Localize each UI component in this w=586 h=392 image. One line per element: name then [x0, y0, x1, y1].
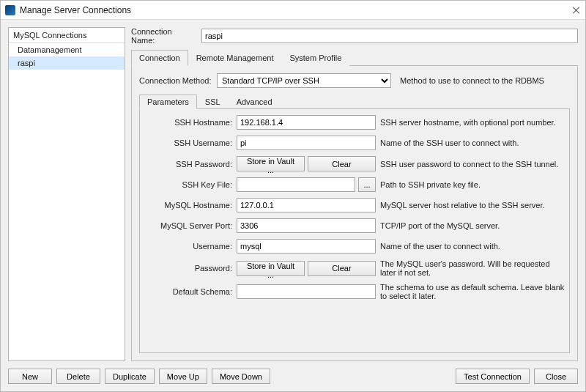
password-hint: The MySQL user's password. Will be reque…	[380, 259, 565, 277]
mysql-port-label: MySQL Server Port:	[144, 221, 232, 230]
password-store-button[interactable]: Store in Vault ...	[237, 261, 305, 276]
ssh-password-label: SSH Password:	[144, 160, 232, 169]
default-schema-hint: The schema to use as default schema. Lea…	[380, 283, 565, 300]
close-icon[interactable]	[572, 6, 581, 15]
password-clear-button[interactable]: Clear	[308, 261, 376, 276]
username-label: Username:	[144, 242, 232, 251]
delete-button[interactable]: Delete	[56, 369, 100, 384]
ssh-password-store-button[interactable]: Store in Vault ...	[237, 156, 305, 171]
ssh-username-hint: Name of the SSH user to connect with.	[380, 138, 565, 147]
content: MySQL Connections Datamanagementraspi Co…	[1, 20, 585, 391]
main-tab[interactable]: System Profile	[281, 50, 349, 66]
move-down-button[interactable]: Move Down	[212, 369, 270, 384]
new-button[interactable]: New	[8, 369, 52, 384]
params-tab[interactable]: SSL	[197, 95, 229, 109]
mysql-port-input[interactable]	[237, 218, 376, 233]
connection-tab-panel: Connection Method: Standard TCP/IP over …	[131, 66, 578, 361]
ssh-hostname-label: SSH Hostname:	[144, 118, 232, 127]
username-hint: Name of the user to connect with.	[380, 242, 565, 251]
default-schema-input[interactable]	[237, 284, 376, 299]
mysql-hostname-label: MySQL Hostname:	[144, 201, 232, 210]
sidebar-heading: MySQL Connections	[9, 28, 125, 43]
bottom-toolbar: New Delete Duplicate Move Up Move Down T…	[8, 361, 578, 384]
test-connection-button[interactable]: Test Connection	[456, 369, 530, 384]
titlebar: Manage Server Connections	[1, 1, 585, 20]
mysql-port-hint: TCP/IP port of the MySQL server.	[380, 221, 565, 230]
connection-name-input[interactable]	[201, 29, 578, 43]
sidebar-item[interactable]: raspi	[9, 56, 125, 70]
ssh-password-hint: SSH user password to connect to the SSH …	[380, 160, 565, 169]
default-schema-label: Default Schema:	[144, 287, 232, 296]
ssh-keyfile-label: SSH Key File:	[144, 180, 232, 189]
close-button[interactable]: Close	[534, 369, 578, 384]
ssh-username-input[interactable]	[237, 136, 376, 150]
ssh-password-clear-button[interactable]: Clear	[308, 156, 376, 171]
mysql-hostname-input[interactable]	[237, 198, 376, 212]
password-label: Password:	[144, 264, 232, 273]
duplicate-button[interactable]: Duplicate	[105, 369, 155, 384]
app-icon	[5, 5, 15, 15]
ssh-keyfile-input[interactable]	[237, 177, 355, 192]
ssh-hostname-input[interactable]	[237, 115, 376, 130]
ssh-hostname-hint: SSH server hostname, with optional port …	[380, 118, 565, 127]
parameters-panel: SSH Hostname: SSH server hostname, with …	[139, 109, 570, 353]
ssh-keyfile-browse-button[interactable]: ...	[358, 177, 376, 192]
connection-name-label: Connection Name:	[131, 27, 197, 45]
params-tab[interactable]: Parameters	[139, 95, 197, 109]
ssh-keyfile-hint: Path to SSH private key file.	[380, 180, 565, 189]
right-pane: Connection Name: ConnectionRemote Manage…	[131, 27, 578, 361]
connection-method-select[interactable]: Standard TCP/IP over SSH	[217, 73, 391, 88]
main-tab[interactable]: Remote Management	[188, 50, 282, 66]
main-tab[interactable]: Connection	[131, 50, 188, 66]
window-title: Manage Server Connections	[20, 5, 572, 15]
connections-sidebar: MySQL Connections Datamanagementraspi	[8, 27, 125, 361]
connection-method-label: Connection Method:	[139, 76, 212, 85]
main-tabstrip: ConnectionRemote ManagementSystem Profil…	[131, 49, 578, 66]
connection-method-hint: Method to use to connect to the RDBMS	[400, 76, 570, 85]
params-tabstrip: ParametersSSLAdvanced	[139, 94, 570, 109]
ssh-username-label: SSH Username:	[144, 138, 232, 147]
mysql-hostname-hint: MySQL server host relative to the SSH se…	[380, 201, 565, 210]
params-tab[interactable]: Advanced	[229, 95, 281, 109]
connections-list: Datamanagementraspi	[9, 43, 125, 360]
move-up-button[interactable]: Move Up	[159, 369, 207, 384]
sidebar-item[interactable]: Datamanagement	[9, 43, 125, 56]
username-input[interactable]	[237, 239, 376, 254]
